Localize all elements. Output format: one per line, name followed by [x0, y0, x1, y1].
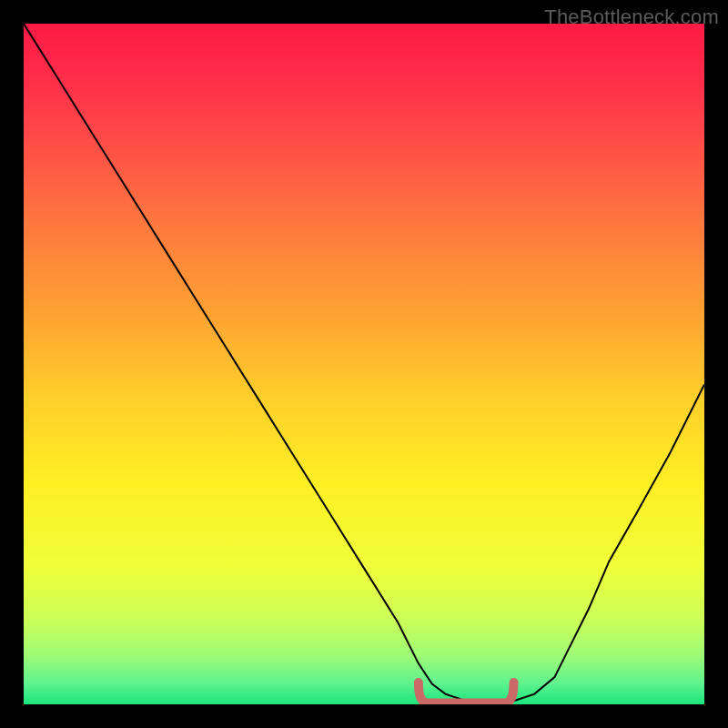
watermark-text: TheBottleneck.com: [544, 5, 719, 29]
chart-frame: TheBottleneck.com: [0, 0, 728, 728]
plot-area: [24, 24, 704, 704]
chart-svg: [24, 24, 704, 704]
gradient-background: [24, 24, 704, 704]
